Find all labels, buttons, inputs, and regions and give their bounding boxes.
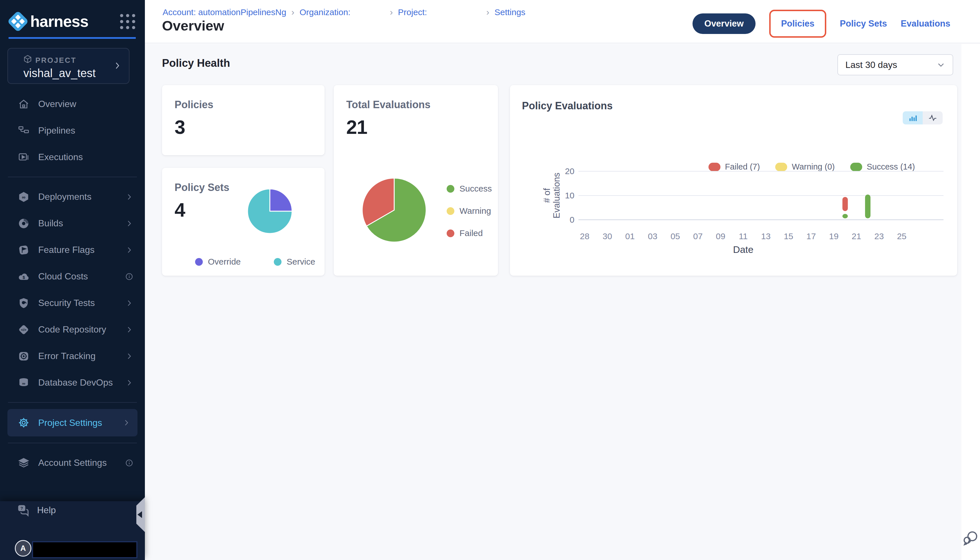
cube-icon xyxy=(23,54,33,64)
evaluations-pie-chart xyxy=(361,177,427,243)
y-tick-label: 20 xyxy=(565,167,575,176)
legend-dot-icon xyxy=(195,258,203,266)
page-title: Overview xyxy=(162,18,224,34)
sidebar-item-pipelines[interactable]: Pipelines xyxy=(0,117,145,144)
sidebar-item-cloud-costs[interactable]: $Cloud Costs xyxy=(0,263,145,290)
user-name-redacted[interactable] xyxy=(32,541,138,558)
cloud-costs-icon: $ xyxy=(18,271,30,283)
sidebar-item-feature-flags[interactable]: Feature Flags xyxy=(0,237,145,263)
app-grid-icon[interactable] xyxy=(120,14,135,29)
x-tick-label: 03 xyxy=(648,232,658,241)
account-settings-icon xyxy=(18,457,30,469)
info-icon xyxy=(125,459,133,467)
tab-policy-sets[interactable]: Policy Sets xyxy=(840,18,887,29)
svg-text:</>: </> xyxy=(21,327,27,332)
sidebar-item-label: Overview xyxy=(38,99,76,109)
page-header: Account: automationPipelinesNg›Organizat… xyxy=(145,0,980,43)
sidebar-item-builds[interactable]: Builds xyxy=(0,210,145,237)
legend-label: Warning xyxy=(460,206,491,216)
bar-segment-success-day-22 xyxy=(865,195,870,218)
sidebar-item-deployments[interactable]: ∞Deployments xyxy=(0,183,145,210)
breadcrumb-link[interactable]: Project: xyxy=(398,7,427,17)
sidebar-item-label: Deployments xyxy=(38,192,91,202)
x-tick-label: 05 xyxy=(671,232,680,241)
y-tick-label: 0 xyxy=(570,215,575,224)
sidebar-item-label: Builds xyxy=(38,218,63,228)
bar-segment-success-day-20 xyxy=(842,214,848,218)
svg-text:∞: ∞ xyxy=(22,381,25,386)
x-tick-label: 09 xyxy=(716,232,725,241)
svg-text:∞: ∞ xyxy=(22,194,25,200)
svg-text:$: $ xyxy=(23,275,25,280)
policy-sets-count: 4 xyxy=(174,199,185,221)
help-button[interactable]: ? Help xyxy=(17,503,56,517)
chevron-right-icon xyxy=(125,352,133,360)
date-range-select[interactable]: Last 30 days xyxy=(837,54,953,75)
tab-overview[interactable]: Overview xyxy=(693,13,756,34)
main-content: Policy Health Last 30 days Policies 3 Po… xyxy=(145,44,961,560)
sidebar-item-account-settings[interactable]: Account Settings xyxy=(0,450,145,476)
project-selector[interactable]: PROJECT vishal_av_test xyxy=(7,48,130,84)
security-tests-icon xyxy=(18,297,30,309)
legend-item-warning[interactable]: Warning xyxy=(447,206,492,216)
x-tick-label: 15 xyxy=(784,232,793,241)
chevron-down-icon xyxy=(937,60,945,69)
harness-policy-overview-page: harness PROJECT vishal_av_test OverviewP… xyxy=(0,0,980,560)
sidebar-divider xyxy=(8,402,137,403)
feature-flags-icon xyxy=(18,244,30,256)
total-evaluations-card: Total Evaluations 21 SuccessWarningFaile… xyxy=(334,85,498,276)
x-tick-label: 21 xyxy=(852,232,861,241)
sidebar-item-executions[interactable]: Executions xyxy=(0,144,145,170)
card-title: Policies xyxy=(174,99,213,111)
avatar[interactable]: A xyxy=(15,540,32,557)
logo-text: harness xyxy=(30,12,88,30)
sidebar-item-label: Cloud Costs xyxy=(38,271,88,282)
legend-dot-icon xyxy=(447,230,454,237)
breadcrumb-link[interactable]: Organization: xyxy=(299,7,350,17)
tab-policies[interactable]: Policies xyxy=(769,10,826,38)
error-tracking-icon xyxy=(18,350,30,362)
help-label: Help xyxy=(37,505,56,515)
x-tick-label: 23 xyxy=(874,232,884,241)
svg-text:?: ? xyxy=(20,506,23,511)
sidebar: harness PROJECT vishal_av_test OverviewP… xyxy=(0,0,145,560)
legend-label: Failed xyxy=(460,228,483,238)
sidebar-item-label: Project Settings xyxy=(38,418,102,428)
chevron-right-icon xyxy=(125,246,133,254)
legend-item-success[interactable]: Success xyxy=(447,184,492,193)
legend-item-override[interactable]: Override xyxy=(195,257,241,267)
chevron-right-icon xyxy=(125,378,133,387)
project-label: PROJECT xyxy=(35,56,76,65)
sidebar-item-code-repository[interactable]: </>Code Repository xyxy=(0,316,145,343)
sidebar-item-security-tests[interactable]: Security Tests xyxy=(0,290,145,316)
sidebar-item-label: Security Tests xyxy=(38,298,95,308)
tab-evaluations[interactable]: Evaluations xyxy=(901,18,950,29)
policy-sets-pie-chart xyxy=(246,188,293,235)
sidebar-item-overview[interactable]: Overview xyxy=(0,91,145,117)
support-chat-icon[interactable] xyxy=(962,530,979,546)
y-axis-title: # ofEvaluations xyxy=(542,173,561,218)
breadcrumb-link[interactable]: Settings xyxy=(495,7,525,17)
legend-dot-icon xyxy=(447,207,454,215)
sidebar-item-project-settings[interactable]: Project Settings xyxy=(7,409,138,437)
x-tick-label: 17 xyxy=(806,232,816,241)
sidebar-item-database-devops[interactable]: ∞Database DevOps xyxy=(0,369,145,396)
y-tick-label: 10 xyxy=(565,191,575,200)
sidebar-item-label: Account Settings xyxy=(38,458,107,468)
sidebar-item-label: Error Tracking xyxy=(38,351,96,361)
sidebar-accent-divider xyxy=(8,37,136,39)
x-tick-label: 19 xyxy=(829,232,839,241)
card-title: Policy Sets xyxy=(174,182,229,193)
sidebar-item-error-tracking[interactable]: Error Tracking xyxy=(0,343,145,369)
section-title: Policy Health xyxy=(162,57,230,69)
legend-item-service[interactable]: Service xyxy=(274,257,315,267)
policies-card: Policies 3 xyxy=(162,85,325,155)
legend-item-failed[interactable]: Failed xyxy=(447,228,492,238)
breadcrumb-link[interactable]: Account: automationPipelinesNg xyxy=(163,7,286,17)
policy-evaluations-card: Policy Evaluations Failed (7)Warning (0)… xyxy=(510,85,957,276)
breadcrumb-separator-icon: › xyxy=(291,7,295,17)
legend-label: Override xyxy=(208,257,241,267)
policy-sets-legend: OverrideService xyxy=(195,257,315,267)
harness-logo-icon xyxy=(7,10,29,32)
breadcrumb: Account: automationPipelinesNg›Organizat… xyxy=(163,7,525,17)
